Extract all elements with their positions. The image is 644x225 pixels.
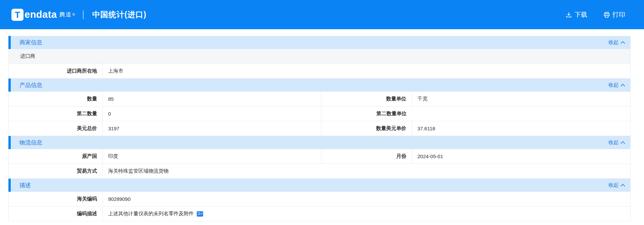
field-value: 0 [103, 106, 321, 121]
section-title: 产品信息 [19, 81, 42, 89]
chevron-up-icon [620, 184, 625, 187]
translate-icon[interactable]: 文A [197, 211, 203, 217]
table-row: 贸易方式 海关特殊监管区域物流货物 [8, 164, 631, 179]
section-title: 描述 [19, 181, 31, 189]
field-label: 第二数量 [9, 106, 103, 121]
table-row: 海关编码 90289090 [8, 192, 631, 207]
section-header: 产品信息 收起 [8, 79, 631, 92]
collapse-button[interactable]: 收起 [608, 82, 625, 88]
field-label: 美元总价 [9, 121, 103, 136]
chevron-up-icon [620, 84, 625, 87]
print-button[interactable]: 打印 [603, 10, 625, 19]
section-title: 物流信息 [19, 139, 42, 146]
download-button[interactable]: 下载 [565, 10, 587, 19]
field-value [412, 106, 630, 121]
field-label: 数量美元单价 [321, 121, 412, 136]
print-icon [603, 11, 610, 18]
collapse-label: 收起 [608, 39, 618, 46]
section-accent-bar [8, 79, 11, 92]
field-value: 2024-05-01 [412, 149, 630, 164]
table-row: 进口商 [8, 49, 631, 64]
field-label: 数量 [9, 92, 103, 106]
title-divider [83, 10, 84, 19]
section-accent-bar [8, 179, 11, 192]
field-value: 千克 [412, 92, 630, 106]
print-label: 打印 [612, 10, 625, 19]
collapse-button[interactable]: 收起 [608, 182, 625, 188]
section-accent-bar [8, 36, 11, 49]
field-label: 原产国 [9, 149, 103, 164]
section-description: 描述 收起 海关编码 90289090 编码描述 上述其他计量仪表的未列名零件及… [8, 179, 631, 221]
logo-letter: T [15, 10, 20, 19]
field-label: 贸易方式 [9, 164, 103, 178]
download-icon [565, 11, 572, 18]
field-label: 第二数量单位 [321, 106, 412, 121]
chevron-up-icon [620, 41, 625, 44]
brand-cn-name: 腾道 [59, 11, 72, 18]
field-value: 印度 [103, 149, 321, 164]
brand-logo[interactable]: T endata 腾道 ® [11, 9, 75, 21]
hs-description-text: 上述其他计量仪表的未列名零件及附件 [108, 211, 194, 217]
section-header: 描述 收起 [8, 179, 631, 192]
collapse-label: 收起 [608, 82, 618, 88]
table-row: 进口商所在地 上海市 [8, 64, 631, 79]
importer-label: 进口商 [9, 49, 630, 63]
field-value: 海关特殊监管区域物流货物 [103, 164, 630, 178]
table-row: 编码描述 上述其他计量仪表的未列名零件及附件 文A [8, 207, 631, 221]
field-value: 90289090 [103, 192, 630, 206]
field-value: 上海市 [103, 64, 630, 78]
section-title: 商家信息 [19, 39, 42, 46]
registered-mark: ® [72, 13, 75, 16]
section-header: 物流信息 收起 [8, 136, 631, 149]
section-product-info: 产品信息 收起 数量 85 数量单位 千克 第二数量 0 第二数量单位 美元总价… [8, 79, 631, 136]
download-label: 下载 [574, 10, 587, 19]
field-label: 月份 [321, 149, 412, 164]
app-header: T endata 腾道 ® 中国统计(进口) 下载 打印 [0, 0, 644, 29]
table-row: 第二数量 0 第二数量单位 [8, 106, 631, 121]
collapse-label: 收起 [608, 182, 618, 188]
field-label: 编码描述 [9, 207, 103, 221]
field-value: 上述其他计量仪表的未列名零件及附件 文A [103, 207, 630, 221]
field-label: 海关编码 [9, 192, 103, 206]
collapse-button[interactable]: 收起 [608, 139, 625, 146]
page-title: 中国统计(进口) [92, 9, 146, 20]
chevron-up-icon [620, 141, 625, 144]
field-value: 37.6118 [412, 121, 630, 136]
section-logistics-info: 物流信息 收起 原产国 印度 月份 2024-05-01 贸易方式 海关特殊监管… [8, 136, 631, 179]
collapse-button[interactable]: 收起 [608, 39, 625, 46]
table-row: 美元总价 3197 数量美元单价 37.6118 [8, 121, 631, 136]
field-label: 数量单位 [321, 92, 412, 106]
section-header: 商家信息 收起 [8, 36, 631, 49]
section-merchant-info: 商家信息 收起 进口商 进口商所在地 上海市 [8, 36, 631, 79]
field-label: 进口商所在地 [9, 64, 103, 78]
field-value: 85 [103, 92, 321, 106]
table-row: 数量 85 数量单位 千克 [8, 92, 631, 106]
section-accent-bar [8, 136, 11, 149]
brand-wordmark: endata [25, 9, 57, 20]
table-row: 原产国 印度 月份 2024-05-01 [8, 149, 631, 164]
collapse-label: 收起 [608, 139, 618, 146]
detail-panel: 商家信息 收起 进口商 进口商所在地 上海市 产品信息 收起 数量 85 数量 [8, 36, 631, 221]
tendata-logo-icon: T [11, 9, 24, 21]
field-value: 3197 [103, 121, 321, 136]
